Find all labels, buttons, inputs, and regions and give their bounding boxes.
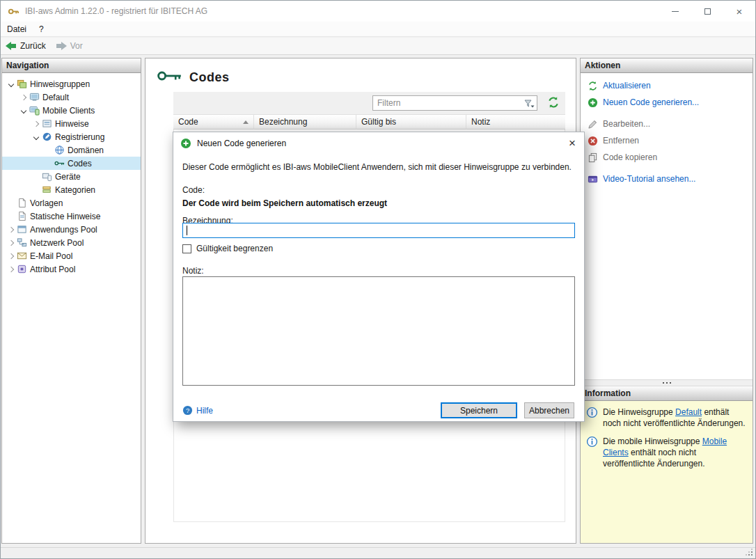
tree-item-domaenen[interactable]: Domänen [2, 143, 141, 157]
chevron-right-icon[interactable] [6, 238, 16, 248]
refresh-icon[interactable] [547, 96, 560, 109]
tree-item-attribut-pool[interactable]: Attribut Pool [2, 262, 141, 276]
notiz-field[interactable] [182, 276, 575, 386]
info-message-text: Die mobile Hinweisgruppe Mobile Clients … [603, 436, 727, 469]
action-video-tutorial[interactable]: Video-Tutorial ansehen... [581, 171, 753, 187]
chevron-right-icon[interactable] [31, 119, 41, 129]
menu-item-datei[interactable]: Datei [1, 22, 33, 37]
action-neuen-code-generieren[interactable]: Neuen Code generieren... [581, 95, 753, 110]
save-button[interactable]: Speichern [441, 402, 517, 418]
column-header-code[interactable]: Code [173, 114, 254, 129]
filter-funnel-icon[interactable] [523, 98, 535, 109]
validity-checkbox-row[interactable]: Gültigkeit begrenzen [182, 244, 273, 253]
info-text: Die mobile Hinweisgruppe [603, 436, 702, 446]
tree-item-label: Hinweisgruppen [30, 79, 94, 89]
tree-item-label: Codes [68, 159, 96, 168]
chevron-right-icon[interactable] [6, 265, 16, 274]
tree-item-registrierung[interactable]: Registrierung [2, 130, 141, 143]
help-link-label: Hilfe [196, 406, 213, 416]
validity-checkbox[interactable] [182, 244, 191, 253]
tree-item-email-pool[interactable]: E-Mail Pool [2, 249, 141, 262]
tree-item-label: Domänen [68, 145, 108, 155]
tree-item-codes[interactable]: Codes [2, 157, 141, 170]
info-text: Die Hinweisgruppe [603, 407, 675, 417]
hints-icon [41, 118, 53, 129]
back-arrow-icon [6, 42, 17, 50]
column-header-notiz[interactable]: Notiz [466, 114, 565, 129]
tree-item-vorlagen[interactable]: Vorlagen [2, 196, 141, 210]
maximize-button[interactable] [691, 1, 723, 22]
tree-item-hinweise[interactable]: Hinweise [2, 117, 141, 130]
bezeichnung-field[interactable] [183, 223, 574, 237]
tree-item-label: Registrierung [55, 132, 109, 142]
tree-item-hinweisgruppen[interactable]: Hinweisgruppen [2, 77, 141, 90]
maximize-icon [704, 8, 711, 15]
app-window: IBI-aws Admin 1.22.0 - registriert für I… [0, 0, 756, 559]
tree-item-default[interactable]: Default [2, 90, 141, 104]
validity-checkbox-label: Gültigkeit begrenzen [196, 244, 273, 253]
page-title-row: Codes [157, 70, 230, 85]
dialog-title-bar: Neuen Code generieren × [173, 132, 584, 155]
chevron-placeholder [6, 212, 16, 221]
tree-item-kategorien[interactable]: Kategorien [2, 183, 141, 196]
remove-circle-icon [587, 135, 598, 146]
column-label: Code [178, 117, 198, 127]
information-area: Die Hinweisgruppe Default enthält noch n… [581, 401, 753, 543]
forward-button: Vor [51, 38, 88, 54]
action-aktualisieren[interactable]: Aktualisieren [581, 78, 753, 93]
action-label: Neuen Code generieren... [603, 97, 699, 107]
tree-item-mobile-clients[interactable]: Mobile Clients [2, 104, 141, 117]
info-icon [586, 407, 598, 418]
video-icon [587, 173, 598, 184]
tree-item-netzwerk-pool[interactable]: Netzwerk Pool [2, 236, 141, 249]
filter-input[interactable] [373, 96, 537, 110]
column-header-bezeichnung[interactable]: Bezeichnung [254, 114, 356, 129]
cancel-button[interactable]: Abbrechen [524, 402, 574, 418]
info-message-text: Die Hinweisgruppe Default enthält noch n… [603, 407, 746, 428]
add-circle-icon [180, 138, 191, 149]
chevron-down-icon[interactable] [19, 106, 29, 116]
chevron-right-icon[interactable] [6, 251, 16, 261]
bezeichnung-field-wrap [182, 223, 575, 238]
column-label: Gültig bis [361, 117, 396, 127]
back-button[interactable]: Zurück [1, 38, 51, 54]
sort-asc-icon [243, 120, 249, 124]
applications-icon [16, 224, 28, 235]
chevron-placeholder [6, 198, 16, 208]
navigation-header: Navigation [2, 58, 141, 73]
dialog-footer: ? Hilfe Speichern Abbrechen [182, 402, 574, 418]
chevron-down-icon[interactable] [6, 79, 16, 89]
chevron-right-icon[interactable] [6, 225, 16, 235]
window-controls: × [659, 1, 755, 22]
tree-item-label: Netzwerk Pool [30, 238, 88, 248]
email-icon [16, 251, 28, 262]
filter-row [173, 92, 565, 114]
tree-item-label: Mobile Clients [42, 106, 99, 116]
info-link-default[interactable]: Default [675, 407, 702, 417]
action-label: Video-Tutorial ansehen... [603, 174, 695, 184]
menu-bar: Datei ? [1, 22, 755, 37]
close-button[interactable]: × [723, 1, 755, 22]
actions-list: Aktualisieren Neuen Code generieren... B… [581, 73, 753, 379]
information-header: Information [581, 386, 753, 401]
column-header-gueltig-bis[interactable]: Gültig bis [356, 114, 466, 129]
copy-icon [587, 152, 598, 163]
tree-item-geraete[interactable]: Geräte [2, 170, 141, 183]
dialog-title: Neuen Code generieren [197, 139, 286, 148]
action-entfernen: Entfernen [581, 133, 753, 148]
menu-item-help[interactable]: ? [33, 22, 50, 37]
key-icon [54, 158, 65, 169]
tree-item-statische-hinweise[interactable]: Statische Hinweise [2, 210, 141, 223]
help-link[interactable]: ? Hilfe [182, 405, 213, 416]
dialog-close-button[interactable]: × [560, 132, 584, 155]
page-title: Codes [189, 70, 230, 85]
chevron-down-icon[interactable] [31, 132, 41, 142]
chevron-placeholder [31, 172, 41, 182]
tree-item-anwendungs-pool[interactable]: Anwendungs Pool [2, 223, 141, 236]
minimize-button[interactable] [659, 1, 691, 22]
resize-grip[interactable] [746, 549, 755, 558]
panel-splitter[interactable] [581, 379, 753, 386]
close-icon: × [569, 136, 576, 150]
action-label: Aktualisieren [603, 81, 651, 90]
chevron-right-icon[interactable] [19, 93, 29, 102]
